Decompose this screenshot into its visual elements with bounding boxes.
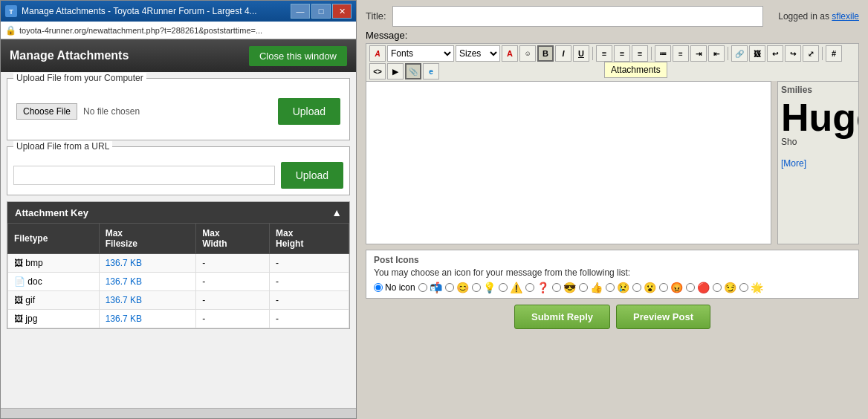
upload-computer-legend: Upload File from your Computer <box>13 73 146 83</box>
close-window-button[interactable]: Close this window <box>249 46 347 66</box>
icon-option-10: 😡 <box>659 282 683 293</box>
title-input[interactable] <box>392 6 764 27</box>
attachment-header: Manage Attachments Close this window <box>1 39 356 72</box>
icon-radio-1[interactable] <box>418 283 427 292</box>
upload-url-section: Upload File from a URL Upload <box>7 146 350 195</box>
table-row: 🖼 gif 136.7 KB - - <box>8 291 349 310</box>
outdent-button[interactable]: ⇤ <box>708 45 725 62</box>
smilies-panel: Smilies Huge Sho [More] <box>777 81 859 244</box>
icon-radio-5[interactable] <box>525 283 534 292</box>
ol-button[interactable]: ≔ <box>655 45 671 62</box>
editor-column <box>366 81 771 247</box>
submit-reply-button[interactable]: Submit Reply <box>514 305 610 329</box>
post-editor: Title: Logged in as sflexile Message: A … <box>357 0 868 419</box>
scrollbar-x[interactable] <box>1 408 356 418</box>
post-icons-text: You may choose an icon for your message … <box>374 267 851 278</box>
highlight-button[interactable]: ☺ <box>519 45 536 62</box>
table-row: 🖼 jpg 136.7 KB - - <box>8 310 349 328</box>
col-max-filesize: MaxFilesize <box>99 224 196 254</box>
top-bar: Title: Logged in as sflexile <box>366 6 859 27</box>
separator-1 <box>592 47 593 60</box>
upload-url-button[interactable]: Upload <box>281 162 343 189</box>
no-icon-radio[interactable] <box>374 283 383 292</box>
icon-smiley-9: 😮 <box>644 282 656 293</box>
icon-radio-7[interactable] <box>579 283 588 292</box>
font-color-button[interactable]: A <box>369 45 386 62</box>
icon-radio-9[interactable] <box>632 283 641 292</box>
hash-button[interactable]: # <box>826 45 842 62</box>
collapse-key-button[interactable]: ▲ <box>331 207 342 218</box>
action-buttons: Submit Reply Preview Post <box>366 305 859 329</box>
separator-4 <box>822 47 823 60</box>
icon-radio-6[interactable] <box>552 283 561 292</box>
maximize-button[interactable]: □ <box>311 4 331 19</box>
icon-radio-12[interactable] <box>713 283 722 292</box>
icon-smiley-1: 📬 <box>430 282 442 293</box>
redo-button[interactable]: ↪ <box>785 45 801 62</box>
file-label: Choose File No file chosen <box>16 103 140 120</box>
icon-radio-13[interactable] <box>739 283 748 292</box>
sho-text: Sho <box>781 137 797 147</box>
window-controls: — □ ✕ <box>291 4 352 19</box>
icon-option-2: 😊 <box>445 282 469 293</box>
expand-button[interactable]: ⤢ <box>803 45 819 62</box>
fonts-select[interactable]: Fonts <box>387 45 454 62</box>
choose-file-button[interactable]: Choose File <box>16 103 77 120</box>
address-text: toyota-4runner.org/newattachment.php?t=2… <box>19 26 262 35</box>
separator-3 <box>728 47 728 60</box>
indent-button[interactable]: ⇥ <box>690 45 707 62</box>
icon-option-7: 👍 <box>579 282 603 293</box>
align-center-button[interactable]: ≡ <box>614 45 630 62</box>
attachment-key-header: Attachment Key ▲ <box>7 202 349 223</box>
align-right-button[interactable]: ≡ <box>632 45 648 62</box>
icon-radio-4[interactable] <box>499 283 508 292</box>
code-button[interactable]: <> <box>369 63 386 79</box>
username-link[interactable]: sflexile <box>832 11 859 22</box>
attachment-window: T Manage Attachments - Toyota 4Runner Fo… <box>0 0 357 419</box>
icon-smiley-2: 😊 <box>456 282 469 293</box>
media-button[interactable]: ▶ <box>387 63 404 79</box>
icon-radio-8[interactable] <box>606 283 615 292</box>
italic-button[interactable]: I <box>555 45 571 62</box>
link-button[interactable]: 🔗 <box>731 45 748 62</box>
more-smilies-link[interactable]: [More] <box>781 158 806 169</box>
url-input[interactable] <box>13 166 275 185</box>
icon-radio-11[interactable] <box>686 283 695 292</box>
icon-radio-10[interactable] <box>659 283 668 292</box>
no-file-text: No file chosen <box>83 106 140 117</box>
icon-smiley-12: 😏 <box>724 282 736 293</box>
icon-smiley-5: ❓ <box>537 282 549 293</box>
minimize-button[interactable]: — <box>291 4 310 19</box>
smilies-title: Smilies <box>781 85 812 95</box>
sizes-select[interactable]: Sizes <box>456 45 500 62</box>
text-color-button[interactable]: A <box>502 45 518 62</box>
icon-radio-2[interactable] <box>445 283 454 292</box>
icon-smiley-10: 😡 <box>670 282 683 293</box>
attachments-button[interactable]: 📎 <box>405 63 421 79</box>
file-input-row: Choose File No file chosen Upload <box>13 89 343 134</box>
title-field-row: Title: <box>366 6 763 27</box>
icon-option-1: 📬 <box>418 282 442 293</box>
ie-button[interactable]: e <box>423 63 439 79</box>
image-button[interactable]: 🖼 <box>749 45 765 62</box>
col-max-width: MaxWidth <box>196 224 270 254</box>
window-titlebar: T Manage Attachments - Toyota 4Runner Fo… <box>1 1 356 22</box>
ul-button[interactable]: ≡ <box>673 45 689 62</box>
icon-radio-3[interactable] <box>472 283 481 292</box>
bold-button[interactable]: B <box>537 45 554 62</box>
close-button[interactable]: ✕ <box>332 4 352 19</box>
underline-button[interactable]: U <box>573 45 589 62</box>
message-textarea[interactable] <box>366 81 771 244</box>
attachment-panel-title: Manage Attachments <box>10 49 129 62</box>
align-left-button[interactable]: ≡ <box>596 45 612 62</box>
undo-button[interactable]: ↩ <box>767 45 783 62</box>
upload-computer-button[interactable]: Upload <box>278 98 340 125</box>
preview-post-button[interactable]: Preview Post <box>616 305 710 329</box>
table-row: 📄 doc 136.7 KB - - <box>8 273 349 291</box>
icon-option-6: 😎 <box>552 282 576 293</box>
post-icons-title: Post Icons <box>374 255 851 265</box>
attachment-body: Upload File from your Computer Choose Fi… <box>1 72 356 408</box>
icon-smiley-7: 👍 <box>590 282 603 293</box>
icon-option-8: 😢 <box>606 282 629 293</box>
icon-option-11: 🔴 <box>686 282 710 293</box>
